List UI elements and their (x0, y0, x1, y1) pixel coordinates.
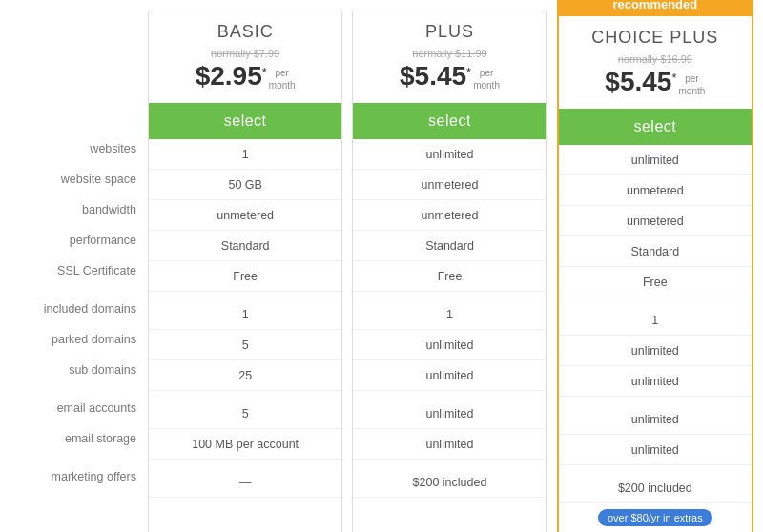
plan-asterisk-plus: * (466, 65, 471, 79)
cell-plus-sub_domains: unlimited (353, 360, 546, 391)
label-sub-domains: sub domains (10, 355, 148, 385)
label-included-domains: included domains (10, 294, 148, 324)
cell-basic-performance: Standard (149, 231, 341, 261)
cell-basic-sub_domains: 25 (149, 360, 341, 391)
cell-choice-plus-email_storage: unlimited (559, 435, 752, 465)
cell-basic-parked_domains: 5 (149, 330, 341, 360)
plan-normal-price-choice-plus: normally $16.99 (567, 53, 744, 65)
plan-price-plus: $5.45 (400, 63, 466, 90)
cell-basic-ssl_certificate: Free (149, 261, 341, 292)
label-parked-domains: parked domains (10, 324, 148, 355)
plan-per-basic: permonth (269, 67, 296, 92)
label-bandwidth: bandwidth (10, 194, 148, 225)
select-button-top-plus[interactable]: select (353, 103, 546, 139)
cell-choice-plus-parked_domains: unlimited (559, 336, 752, 366)
recommended-badge: recommended (559, 0, 752, 16)
plan-rows-plus: unlimitedunmeteredunmeteredStandardFree1… (353, 139, 546, 531)
plan-per-choice-plus: permonth (678, 72, 705, 97)
cell-basic-bandwidth: unmetered (149, 200, 341, 231)
select-button-top-choice-plus[interactable]: select (559, 109, 752, 145)
plan-asterisk-choice-plus: * (671, 71, 676, 85)
cell-plus-email_storage: unlimited (353, 429, 546, 460)
plan-rows-basic: 150 GBunmeteredStandardFree15255100 MB p… (149, 139, 341, 532)
label-marketing-offers: marketing offers (10, 461, 148, 492)
label-email-accounts: email accounts (10, 393, 148, 423)
plan-price-row-plus: $5.45 * permonth (361, 63, 538, 92)
plan-normal-price-plus: normally $11.99 (361, 48, 538, 59)
plan-price-row-choice-plus: $5.45 * permonth (567, 69, 744, 97)
cell-plus-performance: Standard (353, 231, 546, 261)
cell-choice-plus-bandwidth: unmetered (559, 206, 752, 236)
plan-per-plus: permonth (473, 67, 500, 92)
cell-basic-websites: 1 (149, 139, 341, 170)
extras-section-choice-plus: over $80/yr in extras1 SpamExperts1 Doma… (559, 503, 752, 532)
plan-col-choice-plus: recommended CHOICE PLUS normally $16.99 … (557, 0, 753, 532)
plan-price-row-basic: $2.95 * permonth (156, 63, 334, 92)
select-button-top-basic[interactable]: select (149, 103, 341, 139)
pricing-container: websites website space bandwidth perform… (0, 0, 763, 532)
cell-basic-website_space: 50 GB (149, 170, 341, 200)
label-website-space: website space (10, 164, 148, 194)
cell-choice-plus-websites: unlimited (559, 145, 752, 175)
label-ssl: SSL Certificate (10, 256, 148, 286)
plan-header-plus: PLUS normally $11.99 $5.45 * permonth (353, 10, 546, 103)
plan-price-basic: $2.95 (196, 63, 262, 90)
cell-plus-ssl_certificate: Free (353, 261, 546, 292)
cell-choice-plus-email_accounts: unlimited (559, 404, 752, 435)
plan-title-basic: BASIC (156, 22, 334, 42)
labels-column: websites website space bandwidth perform… (10, 10, 148, 492)
plan-col-basic: BASIC normally $7.99 $2.95 * permonth se… (148, 10, 342, 532)
cell-plus-marketing_offers: $200 included (353, 467, 546, 498)
cell-plus-email_accounts: unlimited (353, 399, 546, 429)
cell-plus-included_domains: 1 (353, 299, 546, 330)
label-email-storage: email storage (10, 423, 148, 454)
plan-normal-price-basic: normally $7.99 (156, 48, 334, 59)
extras-badge-choice-plus: over $80/yr in extras (598, 509, 712, 526)
plans-area: BASIC normally $7.99 $2.95 * permonth se… (148, 10, 753, 532)
cell-plus-websites: unlimited (353, 139, 546, 170)
plan-col-plus: PLUS normally $11.99 $5.45 * permonth se… (352, 10, 546, 532)
cell-plus-bandwidth: unmetered (353, 200, 546, 231)
plan-header-basic: BASIC normally $7.99 $2.95 * permonth (149, 10, 341, 103)
cell-choice-plus-website_space: unmetered (559, 175, 752, 206)
cell-choice-plus-sub_domains: unlimited (559, 366, 752, 397)
plan-asterisk-basic: * (262, 65, 267, 79)
cell-choice-plus-included_domains: 1 (559, 305, 752, 336)
cell-basic-marketing_offers: — (149, 467, 341, 498)
cell-choice-plus-performance: Standard (559, 236, 752, 267)
plan-title-plus: PLUS (361, 22, 538, 42)
cell-basic-included_domains: 1 (149, 299, 341, 330)
plan-title-choice-plus: CHOICE PLUS (567, 28, 744, 48)
plan-rows-choice-plus: unlimitedunmeteredunmeteredStandardFree1… (559, 145, 752, 503)
cell-choice-plus-marketing_offers: $200 included (559, 473, 752, 503)
cell-plus-website_space: unmetered (353, 170, 546, 200)
cell-plus-parked_domains: unlimited (353, 330, 546, 360)
cell-choice-plus-ssl_certificate: Free (559, 267, 752, 297)
label-performance: performance (10, 225, 148, 256)
plan-header-choice-plus: CHOICE PLUS normally $16.99 $5.45 * perm… (559, 16, 752, 109)
label-websites: websites (10, 133, 148, 164)
cell-basic-email_storage: 100 MB per account (149, 429, 341, 460)
plan-price-choice-plus: $5.45 (605, 69, 671, 95)
cell-basic-email_accounts: 5 (149, 399, 341, 429)
